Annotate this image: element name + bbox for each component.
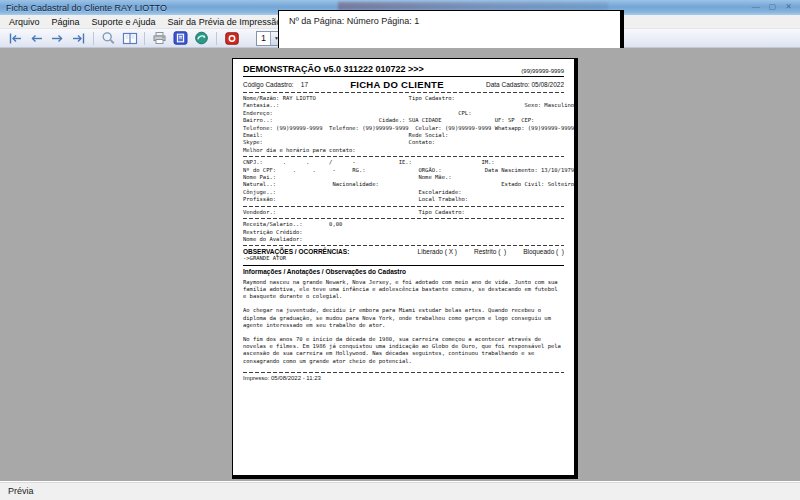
dashed-separator xyxy=(243,218,564,219)
doc-line: Natural..: Nacionalidade: Estado Civil: … xyxy=(243,181,564,188)
menu-pagina[interactable]: Página xyxy=(46,16,86,28)
solid-separator xyxy=(243,265,564,266)
export-icon xyxy=(194,31,209,45)
doc-line: Nome/Razão: RAY LIOTTO Tipo Cadastro: xyxy=(243,95,564,102)
observations-title: OBSERVAÇÕES / OCORRÊNCIAS: xyxy=(243,248,349,255)
toolbar: 1 ▼ Nº Zoom Nº da Página: Número Página:… xyxy=(0,29,800,48)
close-preview-button[interactable] xyxy=(221,30,242,46)
window-controls: — ▢ ✕ xyxy=(752,1,792,13)
dashed-separator xyxy=(243,372,564,373)
doc-line: Receita/Salario..: 0,00 xyxy=(243,221,564,228)
flag-liberado: Liberado ( X ) xyxy=(418,248,457,255)
doc-code: Código Cadastro: 17 xyxy=(243,81,308,88)
flag-restrito: Restrito ( ) xyxy=(474,248,506,255)
bio-paragraph: Raymond nasceu na grande Newark, Nova Je… xyxy=(243,279,564,301)
doc-line: Cônjuge..: Escolaridade: xyxy=(243,189,564,196)
doc-section-finance: Receita/Salario..: 0,00 Restrição Crédid… xyxy=(243,221,564,243)
doc-line: Telefone: (99)99999-9999 Telefone: (99)9… xyxy=(243,125,564,132)
open-book-icon xyxy=(122,32,138,45)
bio-paragraph: No fim dos anos 70 e início da década de… xyxy=(243,336,564,365)
zoom-level-value: 1 xyxy=(257,32,270,45)
doc-form-title: FICHA DO CLIENTE xyxy=(350,79,444,90)
print-preview-area[interactable]: DEMONSTRAÇÃO v5.0 311222 010722 >>> (99)… xyxy=(0,48,800,481)
status-flags: Liberado ( X ) Restrito ( ) Bloqueado ( … xyxy=(418,248,564,255)
first-page-button[interactable] xyxy=(5,30,26,46)
info-section-title: Informações / Anotações / Observações do… xyxy=(243,268,564,275)
zoom-button[interactable] xyxy=(98,30,119,46)
status-text: Prévia xyxy=(8,486,34,496)
print-setup-button[interactable] xyxy=(170,30,191,46)
flag-bloqueado: Bloqueado ( ) xyxy=(523,248,564,255)
dashed-separator xyxy=(243,92,564,93)
menu-arquivo[interactable]: Arquivo xyxy=(3,16,46,28)
doc-vendor-line: Vendedor.: Tipo Cadastro: xyxy=(243,209,564,216)
doc-app-title: DEMONSTRAÇÃO v5.0 311222 010722 >>> xyxy=(243,64,424,74)
last-page-icon xyxy=(71,32,86,45)
doc-line: Email: Rede Social: xyxy=(243,132,564,139)
document-page: DEMONSTRAÇÃO v5.0 311222 010722 >>> (99)… xyxy=(232,58,578,479)
print-setup-icon xyxy=(173,31,188,45)
solid-separator xyxy=(243,76,564,77)
doc-line: Restrição Crédido: xyxy=(243,229,564,236)
close-icon[interactable]: ✕ xyxy=(785,1,792,13)
doc-line: CNPJ.: . . / - IE.: IM.: xyxy=(243,159,564,166)
print-button[interactable] xyxy=(149,30,170,46)
menu-sair-da-previa[interactable]: Sair da Prévia de Impressão xyxy=(162,16,288,28)
dashed-separator xyxy=(243,156,564,157)
doc-line: Nome Pai.: Nome Mãe.: xyxy=(243,174,564,181)
doc-section-personal: CNPJ.: . . / - IE.: IM.: Nº do CPF: . . … xyxy=(243,159,564,203)
doc-line: Nome do Avaliador: xyxy=(243,236,564,243)
doc-header-row: DEMONSTRAÇÃO v5.0 311222 010722 >>> (99)… xyxy=(243,64,564,74)
maximize-icon[interactable]: ▢ xyxy=(769,1,777,13)
printed-timestamp: Impresso: 05/08/2022 - 11:23 xyxy=(243,375,564,381)
next-page-button[interactable] xyxy=(47,30,68,46)
magnifier-icon xyxy=(101,31,116,45)
doc-line: Profissão: Local Trabalho: xyxy=(243,196,564,203)
doc-phone: (99)99999-9999 xyxy=(521,68,564,74)
first-page-icon xyxy=(8,32,23,45)
toolbar-separator xyxy=(93,32,94,45)
app-window: Ficha Cadastral do Cliente RAY LIOTTO — … xyxy=(0,0,800,500)
minimize-icon[interactable]: — xyxy=(752,1,760,13)
dashed-separator xyxy=(243,206,564,207)
toolbar-separator xyxy=(216,32,217,45)
doc-line: Bairro..: Cidade.: SUA CIDADE UF: SP CEP… xyxy=(243,117,564,124)
menu-suporte-e-ajuda[interactable]: Suporte e Ajuda xyxy=(86,16,162,28)
next-page-icon xyxy=(50,32,65,45)
doc-line: Fantasia..: Sexo: Masculino xyxy=(243,102,564,109)
doc-title-row: Código Cadastro: 17 FICHA DO CLIENTE Dat… xyxy=(243,79,564,90)
doc-section-contact: Nome/Razão: RAY LIOTTO Tipo Cadastro: Fa… xyxy=(243,95,564,154)
printer-icon xyxy=(152,31,167,45)
doc-line: Nº do CPF: . . - RG.: ORGÃO.: Data Nasci… xyxy=(243,167,564,174)
window-title: Ficha Cadastral do Cliente RAY LIOTTO xyxy=(6,3,167,13)
toolbar-separator xyxy=(144,32,145,45)
export-button[interactable] xyxy=(191,30,212,46)
prev-page-button[interactable] xyxy=(26,30,47,46)
doc-date: Data Cadastro: 05/08/2022 xyxy=(486,81,564,88)
doc-line: Skype: Contato: xyxy=(243,139,564,146)
dashed-separator xyxy=(243,245,564,246)
doc-line: Endereço: CPL: xyxy=(243,110,564,117)
observations-row: OBSERVAÇÕES / OCORRÊNCIAS: Liberado ( X … xyxy=(243,248,564,255)
status-bar: Prévia xyxy=(0,481,800,500)
two-page-view-button[interactable] xyxy=(119,30,140,46)
doc-line: Melhor dia e horário para contato: xyxy=(243,147,564,154)
bio-paragraph: Ao chegar na juventude, decidiu ir embor… xyxy=(243,307,564,329)
close-preview-icon xyxy=(225,32,239,45)
prev-page-icon xyxy=(29,32,44,45)
observations-note: ->GRANDE ATOR xyxy=(243,255,564,262)
last-page-button[interactable] xyxy=(68,30,89,46)
